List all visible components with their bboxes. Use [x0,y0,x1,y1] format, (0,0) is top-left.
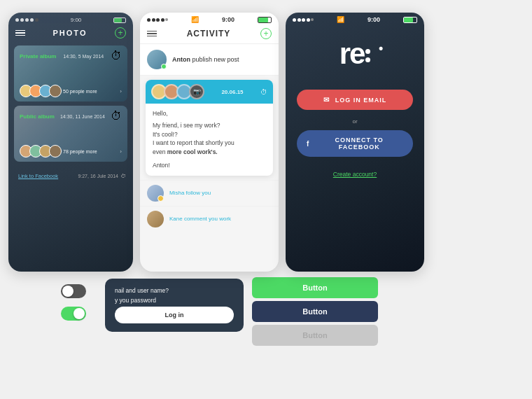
add-button-1[interactable]: + [115,27,126,38]
toggle-off[interactable] [61,284,86,298]
app-logo: re [340,39,371,69]
login-facebook-label: CONNECT TO FACEBOOK [315,136,403,150]
album2-label: Public album [20,113,55,120]
button-gray[interactable]: Button [252,325,378,346]
login-form-card: nail and user name? y you password Log i… [105,279,244,332]
battery-1 [113,18,126,23]
message-avatars: 📷 [151,84,204,99]
album1-people: 50 people more [63,89,97,94]
message-line2: It's cool!? [153,130,266,139]
phone-photo: 9:00 PHOTO + Private album 14:30, 5 May … [8,13,133,272]
email-icon: ✉ [323,96,330,104]
facebook-time: 9:27, 16 Jule 2014 [78,174,118,178]
album2-people: 78 people more [63,149,97,154]
signal-3 [293,18,314,22]
phone-activity: 📶 9:00 ACTIVITY + Anton publish new pos [140,13,279,272]
phone2-title: ACTIVITY [187,29,231,38]
buttons-area: Button Button Button [252,277,378,346]
album1-date: 14:30, 5 May 2014 [63,54,104,59]
notif-avatar [147,50,167,69]
toggle-track-off[interactable] [61,284,86,298]
login-email-label: LOG IN EMAIL [335,97,387,104]
activity-kane: Kane comment you work [140,206,279,232]
kane-name: Kane [169,216,183,222]
menu-icon-2[interactable] [147,31,157,37]
message-line4-prefix: even [153,148,167,155]
album2-avatars [20,145,62,158]
wifi-icon: 📶 [191,16,199,23]
button-darkblue[interactable]: Button [252,301,378,322]
create-account-link[interactable]: Create account? [333,171,377,178]
chevron-right-2: › [120,148,122,155]
misha-action-text: follow you [186,190,211,196]
battery-3 [403,17,417,23]
message-date: 20.06.15 [221,89,243,95]
notif-text: Anton publish new post [172,56,239,63]
kane-action-text: comment you work [184,216,231,222]
message-header: 📷 20.06.15 ⏱ [146,80,273,104]
activity-notification: Anton publish new post [140,44,279,76]
phone-login: 📶 9:00 re ✉ LOG IN EMAIL or f CONNECT TO… [286,13,424,272]
toggle-track-on[interactable] [61,307,86,321]
status-bar-3: 📶 9:00 [286,13,424,25]
message-sign: Anton! [153,161,266,170]
phone2-header: ACTIVITY + [140,25,279,44]
or-divider: or [352,118,357,125]
form-question-2: y you password [115,297,234,304]
notif-action: publish new post [192,56,239,63]
facebook-link[interactable]: Link to Facebook [15,170,61,182]
album1-avatars [20,85,62,97]
menu-icon[interactable] [15,30,25,36]
message-line4: even more cool work's. [153,148,266,157]
album1-label: Private album [20,53,56,59]
time-1: 9:00 [71,17,82,23]
toggle-thumb-on [74,308,85,319]
album-public[interactable]: Public album 14:30, 11 June 2014 ⏱ 78 pe… [14,106,127,162]
chevron-right-1: › [120,88,122,94]
clock-icon-3: ⏱ [120,173,126,179]
clock-icon-1: ⏱ [111,50,122,62]
misha-avatar [147,185,164,202]
time-3: 9:00 [368,16,380,23]
album2-date: 14:30, 11 June 2014 [60,114,105,119]
form-question-1: nail and user name? [115,287,234,294]
online-indicator [161,64,167,69]
facebook-icon: f [307,140,309,148]
phone3-body: re ✉ LOG IN EMAIL or f CONNECT TO FACEBO… [286,25,424,189]
status-bar-2: 📶 9:00 [140,13,279,25]
battery-2 [258,17,272,23]
misha-name: Misha [169,190,184,196]
kane-avatar [147,211,164,227]
misha-action: Misha follow you [169,190,211,196]
phone1-header: PHOTO + [8,24,133,41]
signal-indicator [15,18,38,22]
login-facebook-button[interactable]: f CONNECT TO FACEBOOK [297,130,413,157]
message-body: Hello, My friend, i see my work? It's co… [146,104,273,176]
button-green[interactable]: Button [252,277,378,298]
kane-action: Kane comment you work [169,216,231,222]
clock-icon-2: ⏱ [111,110,122,122]
toggles-area [50,277,97,328]
add-button-2[interactable]: + [260,28,272,39]
status-bar-1: 9:00 [8,13,133,24]
message-line3: I want to report that shortly you [153,139,266,148]
album-private[interactable]: Private album 14:30, 5 May 2014 ⏱ 50 peo… [14,46,127,102]
message-clock-icon[interactable]: ⏱ [260,88,267,96]
message-line4-bold: more cool work's. [167,148,218,155]
time-2: 9:00 [222,16,234,23]
message-card[interactable]: 📷 20.06.15 ⏱ Hello, My friend, i see my … [146,80,273,176]
notif-user: Anton [172,56,190,63]
toggle-on[interactable] [61,307,86,321]
phone1-title: PHOTO [53,29,88,37]
form-login-button[interactable]: Log in [115,307,234,323]
message-greeting: Hello, [153,109,266,118]
login-email-button[interactable]: ✉ LOG IN EMAIL [297,90,413,110]
wifi-icon-3: 📶 [337,16,344,23]
toggle-thumb-off [62,286,74,297]
activity-misha: Misha follow you [140,180,279,206]
signal-2 [147,18,168,22]
message-line1: My friend, i see my work? [153,121,266,130]
